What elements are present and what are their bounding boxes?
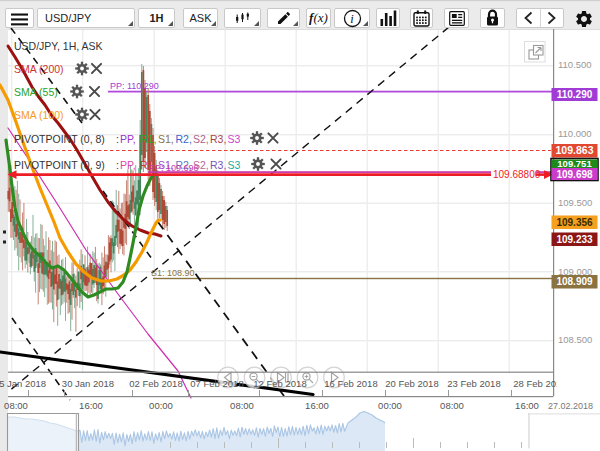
svg-text:SMA (100): SMA (100): [14, 109, 64, 121]
svg-text:SMA (55): SMA (55): [14, 86, 58, 98]
svg-text:02 Feb 2018: 02 Feb 2018: [129, 378, 182, 389]
svg-text::: :: [116, 159, 119, 171]
svg-text:16:00: 16:00: [515, 400, 539, 411]
svg-text:110.500: 110.500: [558, 59, 592, 70]
svg-text:R2,: R2,: [176, 133, 192, 145]
svg-text:109.500: 109.500: [558, 197, 592, 208]
svg-text:00:00: 00:00: [149, 400, 173, 411]
svg-text:S3: S3: [228, 133, 241, 145]
svg-text:S1: 108.90: S1: 108.90: [151, 268, 195, 278]
svg-text:i: i: [350, 11, 354, 25]
svg-text:20 Feb 2018: 20 Feb 2018: [385, 378, 438, 389]
svg-text:109.863: 109.863: [556, 144, 594, 156]
svg-text:16 Feb 2018: 16 Feb 2018: [324, 378, 377, 389]
svg-text:109.000: 109.000: [558, 266, 592, 277]
svg-text:16:00: 16:00: [305, 400, 329, 411]
svg-text:R3,: R3,: [210, 133, 226, 145]
svg-text:R1,: R1,: [140, 133, 156, 145]
svg-text:PP,: PP,: [120, 159, 136, 171]
svg-text:S1,: S1,: [158, 133, 174, 145]
svg-text:108.500: 108.500: [558, 334, 592, 345]
svg-text:USD/JPY, 1H, ASK: USD/JPY, 1H, ASK: [14, 40, 103, 52]
svg-text:110.290: 110.290: [557, 89, 593, 100]
svg-text:27.02.2018: 27.02.2018: [548, 401, 593, 411]
svg-text:PP,: PP,: [120, 133, 136, 145]
svg-text:08:00: 08:00: [230, 400, 254, 411]
svg-text:110.000: 110.000: [558, 128, 592, 139]
svg-text::: :: [116, 133, 119, 145]
svg-text:12 Feb 2018: 12 Feb 2018: [253, 378, 306, 389]
svg-text:08:00: 08:00: [4, 400, 28, 411]
svg-text:16:00: 16:00: [79, 400, 103, 411]
svg-text:S3: S3: [228, 159, 241, 171]
svg-text:108.909: 108.909: [556, 276, 593, 287]
svg-text:PIVOTPOINT (0, 8): PIVOTPOINT (0, 8): [14, 133, 105, 145]
svg-text:109.68800: 109.68800: [493, 169, 541, 180]
svg-text:25 Jan 2018: 25 Jan 2018: [0, 378, 46, 389]
svg-text:SMA (200): SMA (200): [14, 63, 64, 75]
svg-text:R3,: R3,: [210, 159, 226, 171]
svg-text:PIVOTPOINT (0, 9): PIVOTPOINT (0, 9): [14, 159, 105, 171]
svg-text:30 Jan 2018: 30 Jan 2018: [62, 378, 114, 389]
svg-text:PP: 110.290: PP: 110.290: [110, 81, 159, 91]
svg-text:23 Feb 2018: 23 Feb 2018: [447, 378, 500, 389]
svg-text:109.233: 109.233: [556, 234, 593, 245]
svg-text:00:00: 00:00: [378, 400, 402, 411]
svg-text:PP: 109.698: PP: 109.698: [149, 163, 199, 173]
svg-text:08:00: 08:00: [440, 400, 464, 411]
svg-text:07 Feb 2018: 07 Feb 2018: [190, 378, 243, 389]
svg-text:109.356: 109.356: [556, 217, 593, 228]
svg-text:S2,: S2,: [193, 133, 209, 145]
svg-text:109.698: 109.698: [556, 169, 593, 180]
